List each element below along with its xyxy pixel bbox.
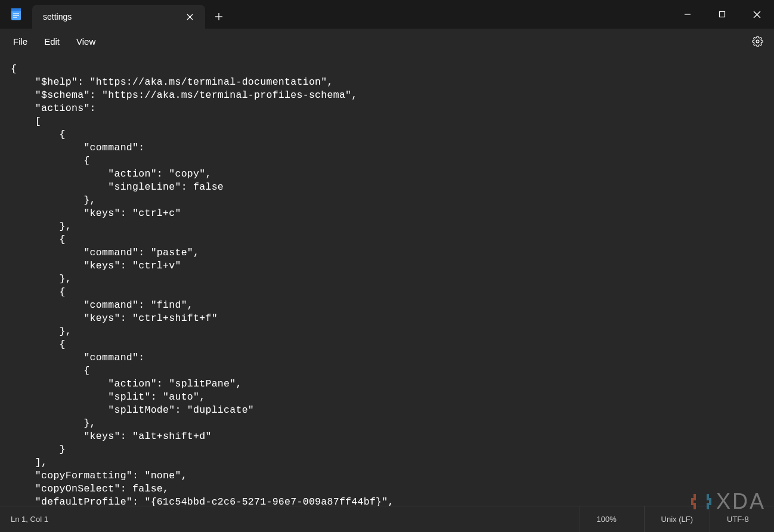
- notepad-icon: [10, 7, 22, 21]
- close-icon: [187, 14, 193, 20]
- close-icon: [753, 11, 761, 18]
- svg-point-13: [756, 40, 759, 43]
- settings-button[interactable]: [745, 30, 769, 52]
- window-controls: [670, 0, 774, 29]
- xda-logo-icon: [691, 491, 711, 512]
- menu-edit[interactable]: Edit: [36, 33, 68, 50]
- statusbar: Ln 1, Col 1 100% Unix (LF) UTF-8: [0, 506, 774, 532]
- svg-rect-1: [11, 8, 21, 11]
- editor-text-area[interactable]: { "$help": "https://aka.ms/terminal-docu…: [0, 54, 774, 506]
- watermark-text: XDA: [716, 489, 766, 514]
- app-icon: [0, 0, 32, 29]
- maximize-icon: [719, 11, 726, 18]
- menu-file[interactable]: File: [5, 33, 36, 50]
- tab-settings[interactable]: settings: [32, 5, 205, 29]
- titlebar-drag-area[interactable]: [233, 0, 670, 29]
- close-window-button[interactable]: [739, 0, 774, 29]
- minimize-button[interactable]: [670, 0, 705, 29]
- menubar: File Edit View: [0, 29, 774, 54]
- minimize-icon: [684, 11, 691, 18]
- plus-icon: [215, 13, 223, 21]
- gear-icon: [752, 36, 763, 47]
- menu-view[interactable]: View: [68, 33, 104, 50]
- status-position: Ln 1, Col 1: [0, 515, 580, 524]
- tab-title: settings: [43, 12, 72, 21]
- status-zoom[interactable]: 100%: [580, 506, 644, 532]
- maximize-button[interactable]: [705, 0, 739, 29]
- svg-rect-10: [720, 12, 725, 17]
- new-tab-button[interactable]: [205, 5, 233, 29]
- tab-close-button[interactable]: [181, 8, 198, 25]
- titlebar: settings: [0, 0, 774, 29]
- xda-watermark: XDA: [691, 489, 766, 514]
